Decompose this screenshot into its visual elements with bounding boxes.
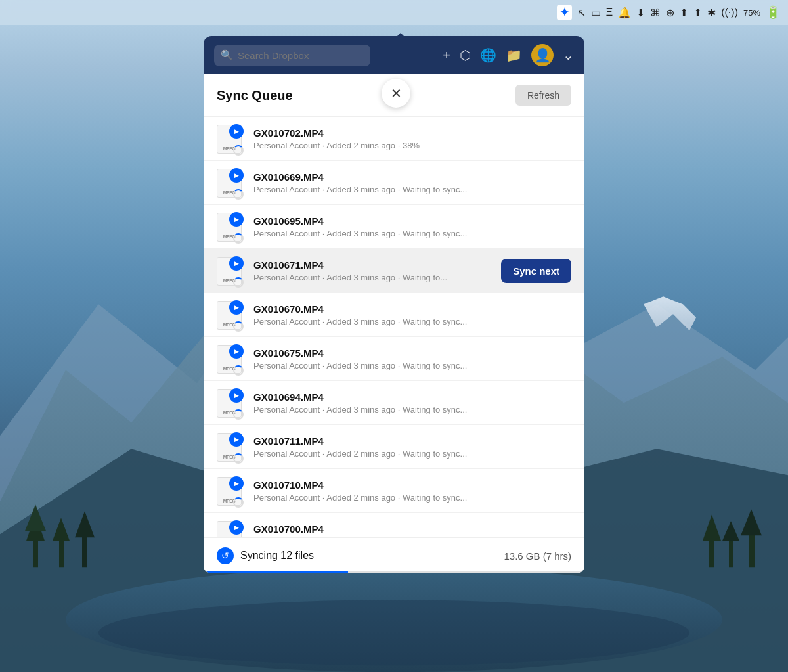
- file-play-icon: [229, 256, 244, 271]
- menubar: ✦ ↖ ▭ Ξ 🔔 ⬇ ⌘ ⊕ ⬆ ⬆ ✱ ((·)) 75% 🔋: [0, 0, 788, 25]
- file-icon: [217, 521, 244, 537]
- bluetooth-icon: ✱: [707, 7, 716, 19]
- avatar[interactable]: 👤: [531, 44, 554, 66]
- file-name: GX010702.MP4: [253, 127, 571, 139]
- search-wrapper: 🔍: [214, 45, 435, 66]
- file-icon-bg: [217, 389, 242, 418]
- file-info: GX010710.MP4Personal Account · Added 2 m…: [253, 480, 571, 503]
- file-name: GX010710.MP4: [253, 480, 571, 491]
- file-meta: Personal Account · Added 3 mins ago · Wa…: [253, 273, 492, 282]
- sync-next-button[interactable]: Sync next: [501, 259, 571, 283]
- battery-icon: 🔋: [766, 5, 780, 20]
- file-play-icon: [229, 124, 244, 139]
- shield-icon: ⊕: [666, 7, 674, 19]
- file-meta: Personal Account · Added 2 mins ago · Wa…: [253, 493, 571, 503]
- file-meta: Personal Account · Added 3 mins ago · Wa…: [253, 361, 571, 370]
- file-meta: Personal Account · Added 3 mins ago · Wa…: [253, 405, 571, 414]
- file-info: GX010670.MP4Personal Account · Added 3 m…: [253, 303, 571, 326]
- folder-icon[interactable]: 📁: [506, 47, 522, 63]
- sync-spinner: [233, 497, 244, 508]
- file-name: GX010670.MP4: [253, 303, 571, 315]
- upload-icon: ⬆: [680, 7, 688, 19]
- file-name: GX010671.MP4: [253, 259, 492, 271]
- file-info: GX010675.MP4Personal Account · Added 3 m…: [253, 347, 571, 370]
- avatar-image: 👤: [535, 47, 551, 63]
- file-icon: [217, 301, 244, 328]
- file-list-item[interactable]: GX010702.MP4Personal Account · Added 2 m…: [204, 117, 584, 161]
- file-list-item[interactable]: GX010695.MP4Personal Account · Added 3 m…: [204, 205, 584, 249]
- menubar-icons: ✦ ↖ ▭ Ξ 🔔 ⬇ ⌘ ⊕ ⬆ ⬆ ✱ ((·)) 75% 🔋: [557, 5, 780, 20]
- file-list-item[interactable]: GX010694.MP4Personal Account · Added 3 m…: [204, 381, 584, 425]
- file-play-icon: [229, 168, 244, 183]
- command-icon: ⌘: [650, 7, 661, 19]
- file-list-item[interactable]: GX010700.MP4Personal Account · Added 2 m…: [204, 513, 584, 537]
- dropbox-popup: 🔍 + ⬡ 🌐 📁 👤 ⌄ Sync Queue Refresh GX01070…: [204, 36, 584, 573]
- syncing-text: Syncing 12 files: [240, 550, 314, 562]
- header-action-icons: + ⬡ 🌐 📁 👤 ⌄: [443, 44, 574, 66]
- file-name: GX010675.MP4: [253, 347, 571, 359]
- chevron-down-icon[interactable]: ⌄: [563, 47, 574, 63]
- cursor-icon: ↖: [577, 7, 586, 19]
- monitor-icon: ▭: [591, 7, 601, 19]
- sync-spinner: [233, 233, 244, 244]
- sync-spinner: [233, 409, 244, 420]
- add-icon[interactable]: +: [443, 48, 450, 63]
- file-info: GX010671.MP4Personal Account · Added 3 m…: [253, 259, 492, 282]
- file-list-item[interactable]: GX010669.MP4Personal Account · Added 3 m…: [204, 161, 584, 205]
- file-icon: [217, 433, 244, 460]
- file-icon-bg: [217, 521, 242, 537]
- file-icon-bg: [217, 169, 242, 198]
- battery-text: 75%: [743, 8, 760, 18]
- globe-icon[interactable]: 🌐: [480, 47, 496, 63]
- file-play-icon: [229, 476, 244, 491]
- syncing-status: ↺ Syncing 12 files: [217, 547, 314, 564]
- file-info: GX010694.MP4Personal Account · Added 3 m…: [253, 392, 571, 414]
- progress-bar-fill: [204, 571, 348, 573]
- file-meta: Personal Account · Added 2 mins ago · Wa…: [253, 449, 571, 459]
- syncing-size: 13.6 GB (7 hrs): [504, 550, 571, 562]
- file-list-item[interactable]: GX010710.MP4Personal Account · Added 2 m…: [204, 469, 584, 513]
- file-list: GX010702.MP4Personal Account · Added 2 m…: [204, 117, 584, 537]
- file-info: GX010700.MP4Personal Account · Added 2 m…: [253, 524, 571, 538]
- file-list-item[interactable]: GX010670.MP4Personal Account · Added 3 m…: [204, 293, 584, 337]
- file-meta: Personal Account · Added 3 mins ago · Wa…: [253, 229, 571, 238]
- text-icon: Ξ: [606, 7, 613, 18]
- svg-point-7: [98, 600, 690, 665]
- file-icon: [217, 345, 244, 372]
- file-play-icon: [229, 520, 244, 535]
- sync-spinner: [233, 453, 244, 464]
- file-list-item[interactable]: GX010711.MP4Personal Account · Added 2 m…: [204, 425, 584, 469]
- dropbox-menubar-icon[interactable]: ✦: [557, 5, 572, 20]
- sync-spinner: [233, 277, 244, 288]
- layers-icon[interactable]: ⬡: [460, 47, 471, 63]
- file-info: GX010695.MP4Personal Account · Added 3 m…: [253, 215, 571, 238]
- file-list-item[interactable]: GX010671.MP4Personal Account · Added 3 m…: [204, 249, 584, 293]
- file-name: GX010669.MP4: [253, 171, 571, 183]
- file-meta: Personal Account · Added 3 mins ago · Wa…: [253, 317, 571, 326]
- refresh-button[interactable]: Refresh: [515, 85, 571, 106]
- sync-queue-title: Sync Queue: [217, 88, 293, 103]
- close-button[interactable]: ✕: [382, 79, 410, 108]
- file-name: GX010711.MP4: [253, 436, 571, 447]
- file-icon: [217, 213, 244, 240]
- file-play-icon: [229, 432, 244, 447]
- file-meta: Personal Account · Added 2 mins ago · 38…: [253, 141, 571, 150]
- popup-footer: ↺ Syncing 12 files 13.6 GB (7 hrs): [204, 537, 584, 573]
- file-icon: [217, 477, 244, 504]
- file-info: GX010702.MP4Personal Account · Added 2 m…: [253, 127, 571, 150]
- file-info: GX010711.MP4Personal Account · Added 2 m…: [253, 436, 571, 459]
- file-info: GX010669.MP4Personal Account · Added 3 m…: [253, 171, 571, 194]
- file-icon-bg: [217, 345, 242, 374]
- file-play-icon: [229, 212, 244, 227]
- file-play-icon: [229, 344, 244, 359]
- file-play-icon: [229, 300, 244, 315]
- file-play-icon: [229, 388, 244, 403]
- file-name: GX010694.MP4: [253, 392, 571, 403]
- file-list-item[interactable]: GX010675.MP4Personal Account · Added 3 m…: [204, 337, 584, 381]
- search-input[interactable]: [214, 45, 370, 66]
- popup-arrow: [388, 33, 406, 42]
- file-meta: Personal Account · Added 3 mins ago · Wa…: [253, 185, 571, 194]
- file-icon-bg: [217, 433, 242, 462]
- upload2-icon: ⬆: [693, 7, 702, 19]
- sync-spinner: [233, 189, 244, 200]
